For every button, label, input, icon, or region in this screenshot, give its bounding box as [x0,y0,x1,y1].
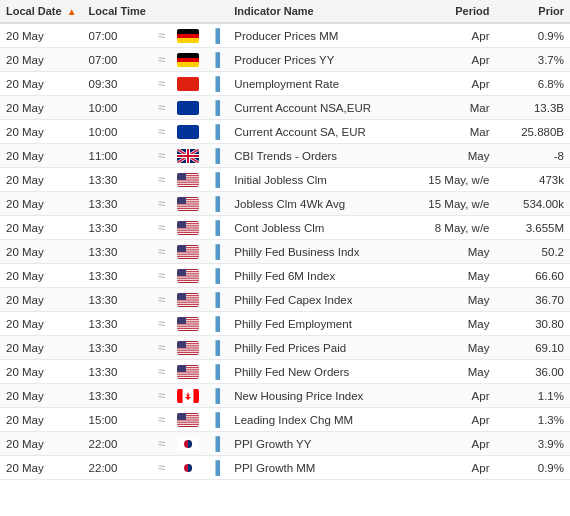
table-header: Local Date ▲ Local Time Indicator Name P… [0,0,570,23]
cell-period: 15 May, w/e [409,192,495,216]
cell-indicator-name[interactable]: PPI Growth MM [228,456,409,480]
flag-us [177,173,199,187]
flag-us [177,221,199,235]
table-row[interactable]: 20 May 09:30 ≈ ▐ Unemployment Rate Apr 6… [0,72,570,96]
period-header-label: Period [455,5,489,17]
chart-bar-icon: ▐ [211,28,220,43]
table-body: 20 May 07:00 ≈ ▐ Producer Prices MM Apr … [0,23,570,480]
time-header-label: Local Time [89,5,146,17]
table-row[interactable]: 20 May 13:30 ≈ ▐ Initial Jobless Clm 15 … [0,168,570,192]
svg-rect-92 [177,413,186,420]
flag-us [177,197,199,211]
cell-flag [171,384,205,408]
cell-prior: 30.80 [495,312,570,336]
cell-indicator-name[interactable]: CBI Trends - Orders [228,144,409,168]
cell-indicator-name[interactable]: Initial Jobless Clm [228,168,409,192]
cell-indicator-name[interactable]: New Housing Price Index [228,384,409,408]
table-row[interactable]: 20 May 13:30 ≈ ▐ Cont Jobless Clm 8 May,… [0,216,570,240]
cell-flag [171,408,205,432]
cell-period: Apr [409,72,495,96]
chart-bar-icon: ▐ [211,220,220,235]
chart-bar-icon: ▐ [211,340,220,355]
table-row[interactable]: 20 May 13:30 ≈ ▐ Philly Fed Employment M… [0,312,570,336]
tilde-icon: ≈ [158,220,165,235]
chart-bar-icon: ▐ [211,436,220,451]
flag-hk [177,77,199,91]
cell-bar: ▐ [205,72,228,96]
cell-prior: 3.7% [495,48,570,72]
chart-bar-icon: ▐ [211,124,220,139]
cell-indicator-name[interactable]: Current Account SA, EUR [228,120,409,144]
chart-bar-icon: ▐ [211,460,220,475]
cell-period: Apr [409,432,495,456]
cell-time: 07:00 [83,23,152,48]
cell-indicator-name[interactable]: PPI Growth YY [228,432,409,456]
table-row[interactable]: 20 May 22:00 ≈ ▐ PPI Growth MM Apr 0.9% [0,456,570,480]
table-row[interactable]: 20 May 13:30 ≈ ▐ Philly Fed Capex Index … [0,288,570,312]
cell-period: Apr [409,23,495,48]
cell-prior: 36.70 [495,288,570,312]
cell-indicator-name[interactable]: Philly Fed Employment [228,312,409,336]
col-header-period[interactable]: Period [409,0,495,23]
cell-indicator-name[interactable]: Leading Index Chg MM [228,408,409,432]
cell-bar: ▐ [205,432,228,456]
table-row[interactable]: 20 May 07:00 ≈ ▐ Producer Prices YY Apr … [0,48,570,72]
tilde-icon: ≈ [158,52,165,67]
prior-header-label: Prior [538,5,564,17]
table-row[interactable]: 20 May 13:30 ≈ ▐ New Housing Price Index… [0,384,570,408]
cell-bar: ▐ [205,240,228,264]
table-row[interactable]: 20 May 07:00 ≈ ▐ Producer Prices MM Apr … [0,23,570,48]
cell-indicator-name[interactable]: Current Account NSA,EUR [228,96,409,120]
table-row[interactable]: 20 May 22:00 ≈ ▐ PPI Growth YY Apr 3.9% [0,432,570,456]
cell-date: 20 May [0,216,83,240]
table-row[interactable]: 20 May 13:30 ≈ ▐ Philly Fed 6M Index May… [0,264,570,288]
tilde-icon: ≈ [158,196,165,211]
flag-us [177,269,199,283]
table-row[interactable]: 20 May 15:00 ≈ ▐ Leading Index Chg MM Ap… [0,408,570,432]
cell-tilde: ≈ [152,192,171,216]
cell-tilde: ≈ [152,216,171,240]
table-row[interactable]: 20 May 10:00 ≈ ▐ Current Account SA, EUR… [0,120,570,144]
cell-indicator-name[interactable]: Philly Fed Capex Index [228,288,409,312]
col-header-time[interactable]: Local Time [83,0,152,23]
table-row[interactable]: 20 May 10:00 ≈ ▐ Current Account NSA,EUR… [0,96,570,120]
table-row[interactable]: 20 May 13:30 ≈ ▐ Philly Fed Prices Paid … [0,336,570,360]
chart-bar-icon: ▐ [211,364,220,379]
table-row[interactable]: 20 May 13:30 ≈ ▐ Jobless Clm 4Wk Avg 15 … [0,192,570,216]
tilde-icon: ≈ [158,244,165,259]
cell-indicator-name[interactable]: Philly Fed Prices Paid [228,336,409,360]
cell-indicator-name[interactable]: Philly Fed 6M Index [228,264,409,288]
svg-rect-16 [177,173,186,180]
tilde-icon: ≈ [158,412,165,427]
cell-period: May [409,240,495,264]
cell-tilde: ≈ [152,120,171,144]
cell-time: 13:30 [83,168,152,192]
svg-rect-91 [177,424,199,425]
cell-time: 13:30 [83,216,152,240]
table-row[interactable]: 20 May 13:30 ≈ ▐ Philly Fed Business Ind… [0,240,570,264]
cell-flag [171,264,205,288]
cell-indicator-name[interactable]: Cont Jobless Clm [228,216,409,240]
col-header-bar [205,0,228,23]
cell-tilde: ≈ [152,384,171,408]
cell-indicator-name[interactable]: Producer Prices YY [228,48,409,72]
cell-bar: ▐ [205,264,228,288]
cell-period: May [409,336,495,360]
svg-rect-31 [177,232,199,233]
cell-indicator-name[interactable]: Unemployment Rate [228,72,409,96]
indicator-header-label: Indicator Name [234,5,313,17]
svg-rect-39 [177,256,199,257]
svg-rect-80 [177,365,186,372]
col-header-prior[interactable]: Prior [495,0,570,23]
svg-rect-56 [177,293,186,300]
table-row[interactable]: 20 May 13:30 ≈ ▐ Philly Fed New Orders M… [0,360,570,384]
cell-indicator-name[interactable]: Jobless Clm 4Wk Avg [228,192,409,216]
cell-indicator-name[interactable]: Philly Fed Business Indx [228,240,409,264]
svg-rect-37 [177,252,199,253]
col-header-date[interactable]: Local Date ▲ [0,0,83,23]
flag-us [177,413,199,427]
cell-indicator-name[interactable]: Philly Fed New Orders [228,360,409,384]
table-row[interactable]: 20 May 11:00 ≈ ▐ CBI Trends - Orders May… [0,144,570,168]
col-header-indicator[interactable]: Indicator Name [228,0,409,23]
cell-indicator-name[interactable]: Producer Prices MM [228,23,409,48]
